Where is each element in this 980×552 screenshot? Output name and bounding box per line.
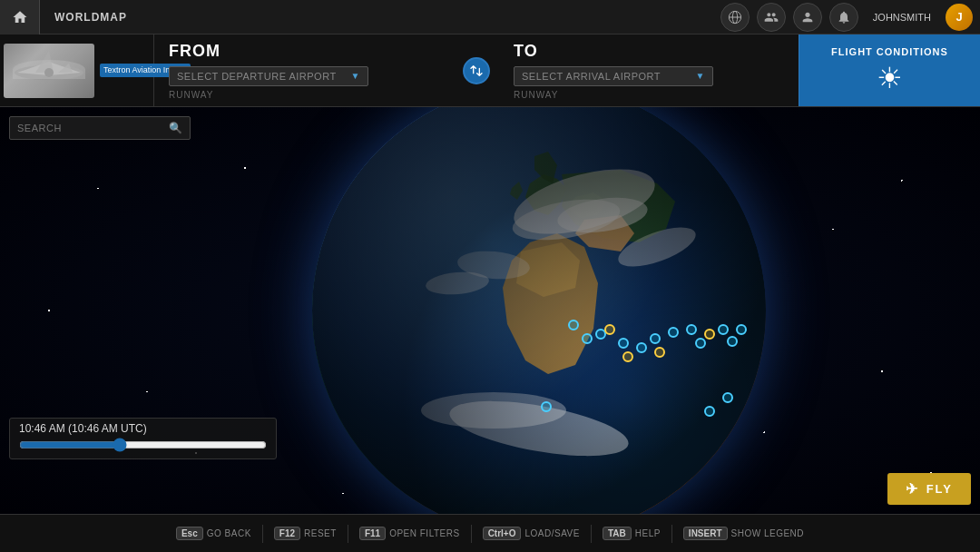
go-back-key[interactable]: Esc GO BACK	[167, 527, 260, 540]
fly-button[interactable]: ✈ FLY	[887, 473, 971, 505]
group-icon	[764, 10, 779, 25]
worldmap-label: WORLDMAP	[40, 11, 142, 24]
svg-point-4	[44, 68, 54, 77]
to-airport-row: SELECT ARRIVAL AIRPORT ▼	[514, 66, 784, 86]
from-title: FROM	[169, 42, 439, 61]
departure-airport-placeholder: SELECT DEPARTURE AIRPORT	[177, 71, 337, 82]
arrival-chevron-icon: ▼	[696, 71, 705, 81]
legend-key[interactable]: INSERT SHOW LEGEND	[674, 527, 813, 540]
help-key[interactable]: TAB HELP	[593, 527, 670, 540]
f11-key-badge: F11	[359, 527, 386, 540]
earth-surface	[312, 107, 766, 514]
time-text: 10:46 AM (10:46 AM UTC)	[19, 422, 147, 435]
top-nav-bar: WORLDMAP JOHNSMITH J	[0, 0, 980, 34]
earth-globe	[312, 107, 766, 514]
departure-airport-select[interactable]: SELECT DEPARTURE AIRPORT ▼	[169, 66, 368, 86]
home-icon	[12, 9, 28, 25]
bell-nav-button[interactable]	[829, 3, 858, 32]
insert-key-badge: INSERT	[683, 527, 728, 540]
tab-key-badge: TAB	[603, 527, 632, 540]
time-slider[interactable]	[19, 438, 267, 452]
from-airport-row: SELECT DEPARTURE AIRPORT ▼	[169, 66, 439, 86]
earth-svg	[312, 107, 766, 514]
to-title: TO	[514, 42, 784, 61]
fly-button-label: FLY	[926, 482, 953, 496]
reset-label: RESET	[304, 528, 337, 538]
search-input-wrap: 🔍	[9, 116, 191, 140]
username-label: JOHNSMITH	[866, 12, 938, 23]
home-button[interactable]	[0, 0, 40, 34]
conditions-title: FLIGHT CONDITIONS	[831, 46, 948, 57]
svg-point-16	[312, 107, 766, 514]
departure-chevron-icon: ▼	[351, 71, 360, 81]
ctrl-o-key-badge: Ctrl+O	[483, 527, 522, 540]
bell-icon	[837, 10, 851, 25]
help-label: HELP	[635, 528, 661, 538]
user-nav-button[interactable]	[793, 3, 822, 32]
arrival-airport-placeholder: SELECT ARRIVAL AIRPORT	[522, 71, 661, 82]
sep-3	[471, 525, 472, 543]
from-runway-label: RUNWAY	[169, 90, 439, 100]
world-map-area[interactable]: 🔍	[0, 107, 980, 514]
sep-1	[262, 525, 263, 543]
user-icon	[800, 10, 815, 25]
show-legend-label: SHOW LEGEND	[731, 528, 805, 538]
time-display: 10:46 AM (10:46 AM UTC)	[9, 418, 277, 459]
to-runway-label: RUNWAY	[514, 90, 784, 100]
arrival-airport-select[interactable]: SELECT ARRIVAL AIRPORT ▼	[514, 66, 713, 86]
filters-label: OPEN FILTERS	[389, 528, 460, 538]
aircraft-thumbnail: Textron Aviation Inc. Cessna 172 Skyhaw	[0, 34, 154, 106]
swap-btn-container	[454, 34, 499, 106]
flight-panel: Textron Aviation Inc. Cessna 172 Skyhaw …	[0, 34, 980, 107]
swap-airports-button[interactable]	[463, 57, 490, 84]
nav-right: JOHNSMITH J	[720, 3, 980, 32]
from-section: FROM SELECT DEPARTURE AIRPORT ▼ RUNWAY	[154, 34, 454, 106]
sep-5	[671, 525, 672, 543]
esc-key-badge: Esc	[176, 527, 203, 540]
reset-key[interactable]: F12 RESET	[265, 527, 346, 540]
f12-key-badge: F12	[274, 527, 300, 540]
search-box: 🔍	[9, 116, 191, 140]
flight-conditions-section[interactable]: FLIGHT CONDITIONS ☀	[799, 34, 980, 106]
fly-plane-icon: ✈	[906, 480, 919, 498]
svg-point-3	[15, 65, 83, 80]
loadsave-key[interactable]: Ctrl+O LOAD/SAVE	[474, 527, 589, 540]
search-icon: 🔍	[169, 122, 182, 134]
sep-4	[591, 525, 592, 543]
sun-icon: ☀	[877, 61, 903, 95]
go-back-label: GO BACK	[207, 528, 251, 538]
sep-2	[348, 525, 348, 543]
group-nav-button[interactable]	[757, 3, 786, 32]
aircraft-silhouette	[4, 44, 94, 98]
filters-key[interactable]: F11 OPEN FILTERS	[350, 527, 469, 540]
loadsave-label: LOAD/SAVE	[524, 528, 579, 538]
to-section: TO SELECT ARRIVAL AIRPORT ▼ RUNWAY	[499, 34, 799, 106]
bottom-bar: Esc GO BACK F12 RESET F11 OPEN FILTERS C…	[0, 514, 980, 552]
search-input[interactable]	[17, 123, 169, 133]
aircraft-image	[4, 44, 94, 98]
swap-icon	[469, 64, 484, 78]
globe-icon	[728, 10, 742, 25]
globe-nav-button[interactable]	[720, 3, 750, 32]
user-avatar[interactable]: J	[946, 4, 973, 31]
